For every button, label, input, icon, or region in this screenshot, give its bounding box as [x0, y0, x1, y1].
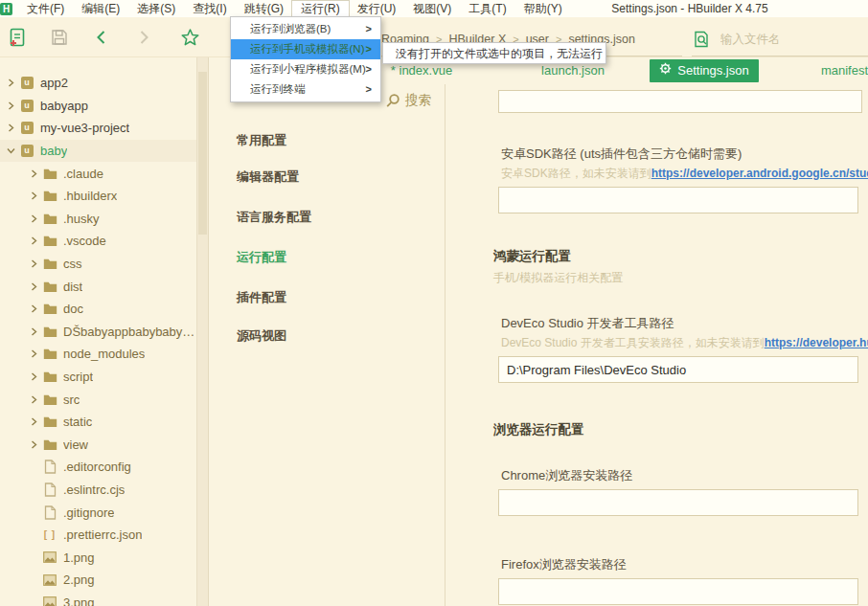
tree-row[interactable]: [ ].prettierrc.json: [0, 524, 197, 547]
settings-nav-item[interactable]: 语言服务配置: [237, 209, 311, 226]
field-input[interactable]: [498, 187, 858, 213]
settings-nav-item[interactable]: 常用配置: [237, 132, 286, 149]
window-title: Settings.json - HBuilder X 4.75: [537, 0, 843, 17]
settings-nav-item[interactable]: 编辑器配置: [237, 168, 299, 186]
field-label: DevEco Studio 开发者工具路径: [501, 315, 868, 332]
menubar-item[interactable]: 跳转(G): [236, 1, 292, 17]
field-input[interactable]: [498, 489, 858, 516]
menubar-item[interactable]: 视图(V): [404, 1, 460, 17]
chevron-right-icon[interactable]: [27, 440, 40, 449]
forward-icon: [135, 29, 152, 46]
chevron-right-icon[interactable]: [4, 101, 17, 110]
chevron-right-icon[interactable]: [27, 372, 40, 381]
tree-row[interactable]: DŠbabyappbabybabysrcm...: [0, 321, 197, 344]
menubar-item[interactable]: 查找(I): [184, 1, 235, 17]
run-menu-item[interactable]: 运行到小程序模拟器(M)>: [231, 59, 380, 79]
tree-row[interactable]: ubabyapp: [0, 95, 197, 118]
tree-row[interactable]: .claude: [0, 162, 197, 185]
tree-label: 2.png: [63, 572, 95, 587]
tree-row[interactable]: node_modules: [0, 343, 197, 366]
chevron-right-icon[interactable]: [27, 395, 40, 404]
run-menu-item[interactable]: 运行到终端>: [231, 79, 380, 100]
settings-nav-item[interactable]: 源码视图: [237, 327, 286, 345]
tree-row[interactable]: css: [0, 253, 197, 276]
settings-section: 鸿蒙运行配置手机/模拟器运行相关配置: [493, 248, 868, 286]
tree-row[interactable]: ubaby: [0, 140, 197, 163]
tree-row[interactable]: doc: [0, 298, 197, 321]
submenu-arrow-icon: >: [366, 19, 372, 39]
chevron-right-icon[interactable]: [27, 214, 40, 223]
chevron-down-icon[interactable]: [4, 146, 17, 155]
file-icon: [42, 505, 57, 520]
tree-row[interactable]: .hbuilderx: [0, 185, 197, 208]
tree-label: my-vue3-project: [40, 121, 129, 135]
tree-row[interactable]: .eslintrc.cjs: [0, 479, 197, 502]
tree-label: static: [63, 415, 92, 429]
tree-row[interactable]: uapp2: [0, 72, 197, 95]
field-input[interactable]: [498, 356, 858, 383]
back-button[interactable]: [90, 26, 113, 49]
tree-row[interactable]: script: [0, 366, 197, 389]
file-search-input[interactable]: [719, 32, 857, 47]
settings-search-button[interactable]: 搜索: [384, 92, 431, 109]
tree-label: .hbuilderx: [63, 189, 117, 203]
chevron-right-icon[interactable]: [27, 349, 40, 358]
tree-row[interactable]: static: [0, 411, 197, 434]
chevron-right-icon[interactable]: [4, 79, 17, 87]
tree-scrollbar-thumb[interactable]: [198, 72, 207, 235]
chevron-right-icon[interactable]: [27, 304, 40, 313]
tree-row[interactable]: 1.png: [0, 546, 197, 569]
image-icon: [42, 572, 57, 587]
chevron-right-icon[interactable]: [27, 259, 40, 268]
tab-2[interactable]: Settings.json: [650, 59, 759, 82]
menubar-item[interactable]: 工具(T): [460, 1, 514, 17]
save-button[interactable]: [48, 26, 71, 49]
menubar-item[interactable]: 文件(F): [18, 1, 73, 17]
tree-row[interactable]: 3.png: [0, 592, 197, 606]
chevron-right-icon[interactable]: [4, 123, 17, 132]
project-icon: u: [19, 99, 34, 113]
chevron-right-icon[interactable]: [27, 236, 40, 245]
tree-row[interactable]: .editorconfig: [0, 456, 197, 479]
settings-nav-item[interactable]: 插件配置: [237, 289, 286, 306]
settings-search-input[interactable]: [498, 90, 862, 113]
chevron-right-icon[interactable]: [27, 282, 40, 291]
folder-icon: [42, 234, 57, 248]
tree-row[interactable]: view: [0, 434, 197, 457]
run-menu-item[interactable]: 运行到手机或模拟器(N)>: [231, 39, 380, 59]
tree-label: view: [63, 438, 88, 452]
folder-icon: [42, 347, 57, 361]
settings-content: 安卓SDK路径 (uts插件包含三方仓储时需要)安卓SDK路径，如未安装请到ht…: [493, 146, 868, 606]
folder-icon: [42, 167, 57, 181]
tree-row[interactable]: .vscode: [0, 230, 197, 253]
chevron-right-icon[interactable]: [27, 191, 40, 200]
file-search-icon[interactable]: [692, 30, 711, 49]
chevron-right-icon[interactable]: [27, 327, 40, 336]
hint-link[interactable]: https://developer.android.google.cn/stud…: [651, 167, 868, 180]
hint-link[interactable]: https://developer.huawei.com: [765, 336, 868, 349]
tab-3[interactable]: manifest.js: [784, 57, 868, 84]
menubar-item[interactable]: 选择(S): [128, 1, 184, 17]
run-menu-item[interactable]: 运行到浏览器(B)>: [231, 19, 380, 39]
tree-row[interactable]: umy-vue3-project: [0, 117, 197, 140]
search-icon: [384, 92, 401, 109]
chevron-right-icon[interactable]: [27, 417, 40, 426]
settings-nav-item[interactable]: 运行配置: [237, 249, 286, 266]
forward-button[interactable]: [132, 26, 155, 49]
tree-scrollbar[interactable]: [196, 57, 208, 606]
menubar-item[interactable]: 发行(U): [349, 1, 405, 17]
new-file-button[interactable]: [6, 26, 29, 49]
submenu-message: 没有打开的文件或选中的项目，无法运行: [396, 47, 603, 60]
menubar-item[interactable]: 运行(R): [292, 1, 349, 17]
menubar-item[interactable]: 编辑(E): [73, 1, 128, 17]
tree-label: .vscode: [63, 234, 106, 248]
favorite-button[interactable]: [178, 26, 201, 49]
tree-row[interactable]: 2.png: [0, 569, 197, 592]
folder-icon: [42, 370, 57, 384]
tree-row[interactable]: src: [0, 388, 197, 411]
tree-row[interactable]: dist: [0, 275, 197, 298]
tree-row[interactable]: .gitignore: [0, 501, 197, 524]
tree-row[interactable]: .husky: [0, 208, 197, 231]
chevron-right-icon[interactable]: [27, 169, 40, 178]
field-input[interactable]: [498, 578, 858, 605]
